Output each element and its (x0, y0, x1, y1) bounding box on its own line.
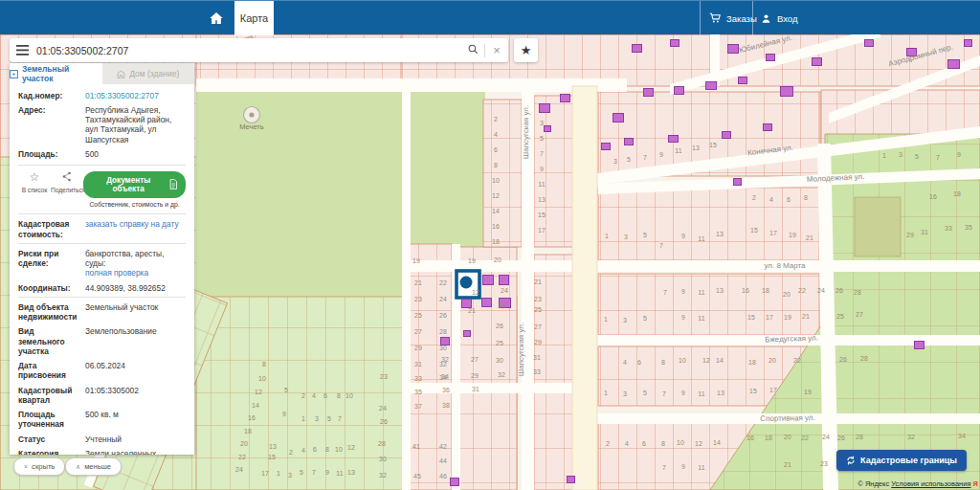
parcel-icon (10, 70, 18, 78)
add-to-list-button[interactable]: ☆ В список (18, 171, 51, 194)
building (481, 298, 492, 307)
parcel-number: 15 (268, 454, 276, 460)
parcel-number: 16 (248, 414, 256, 421)
parcel-number: 1 (882, 152, 886, 159)
cadastral-borders-label: Кадастровые границы (860, 456, 957, 465)
panel-link[interactable]: полная проверка (85, 268, 148, 278)
parcel-number: 23 (534, 296, 542, 302)
parcel-number: 24 (379, 405, 387, 412)
parcel-number: 32 (907, 434, 915, 440)
row-label: Статус (18, 434, 85, 444)
parcel-number: 15 (709, 142, 717, 148)
share-icon (51, 171, 83, 185)
parcel-number: 38 (442, 402, 450, 409)
search-bar: × (10, 38, 508, 62)
parcel-number: 11 (698, 315, 704, 322)
parcel-number: 35 (965, 224, 972, 231)
parcel-number: 27 (534, 323, 542, 330)
parcel-number: 18 (244, 428, 252, 434)
object-info-panel: Земельный участок Дом (здание) Кад.номер… (10, 63, 194, 455)
building (964, 39, 972, 47)
parcel-number: 17 (538, 227, 546, 234)
parcel-number: 13 (538, 196, 546, 203)
parcel-number: 27 (471, 356, 479, 363)
parcel-number: 9 (659, 151, 663, 158)
login-button[interactable]: Вход (760, 1, 798, 35)
hide-panel-button[interactable]: × скрыть (13, 457, 65, 476)
tab-land-parcel[interactable]: Земельный участок (10, 63, 102, 84)
row-label: Площадь уточненная (18, 410, 85, 430)
parcel-number: 7 (338, 415, 342, 422)
parcel-number: 10 (679, 357, 686, 364)
orders-button[interactable]: Заказы (708, 1, 757, 35)
parcel-number: 18 (762, 287, 769, 294)
row-value: заказать справку на дату (85, 219, 186, 239)
parcel-number: 36 (442, 387, 450, 393)
parcel-number: 7 (662, 390, 666, 397)
collapse-panel-button[interactable]: ∧ меньше (65, 457, 122, 476)
row-value: Земельный участок (85, 302, 186, 323)
parcel-number: 20 (240, 440, 248, 447)
parcel-number: 3 (315, 415, 319, 422)
tab-building[interactable]: Дом (здание) (102, 63, 195, 84)
favorites-button[interactable]: ★ (514, 38, 538, 62)
terms-link[interactable]: Условия использования (891, 479, 970, 488)
parcel-number: 3 (899, 151, 902, 158)
parcel-number: 20 (783, 291, 791, 298)
map-attribution: © Яндекс Условия использования Я (858, 479, 978, 488)
street-label: Спортивная ул. (760, 413, 815, 423)
clear-search-button[interactable]: × (485, 44, 508, 56)
row-label: Вид земельного участка (18, 326, 85, 356)
parcel-number: 46 (439, 473, 447, 479)
copyright-text: © Яндекс (858, 479, 889, 488)
parcel-number: 9 (681, 233, 685, 239)
parcel-number: 33 (414, 375, 422, 382)
cadastral-borders-button[interactable]: Кадастровые границы (836, 450, 967, 471)
parcel-number: 3 (623, 390, 627, 397)
parcel-number: 33 (945, 225, 952, 232)
building (812, 57, 822, 66)
parcel-number: 10 (258, 375, 266, 382)
parcel-number: 25 (496, 340, 503, 346)
parcel-number: 22 (798, 287, 806, 294)
parcel-number: 11 (698, 235, 704, 242)
parcel-number: 23 (820, 460, 828, 467)
parcel-number: 16 (492, 223, 500, 230)
home-button[interactable] (199, 1, 234, 35)
parcel-number: 18 (748, 359, 756, 366)
parcel-number: 7 (540, 150, 544, 157)
search-submit-button[interactable] (461, 42, 484, 59)
row-value: 500 (85, 149, 186, 159)
parcel-number: 28 (860, 355, 868, 362)
parcel-number: 9 (681, 288, 685, 295)
parcel-number: 44 (439, 457, 447, 464)
building (722, 131, 731, 139)
parcel-number: 16 (929, 193, 937, 200)
building (738, 77, 747, 84)
tab-karta[interactable]: Карта (234, 1, 274, 35)
building (567, 476, 575, 483)
building (668, 135, 679, 143)
parcel-number: 17 (766, 314, 773, 321)
building (727, 44, 739, 54)
parcel-number: 5 (915, 153, 919, 160)
object-documents-button[interactable]: Документы объекта (83, 171, 186, 198)
panel-link[interactable]: заказать справку на дату (85, 219, 179, 229)
building (539, 103, 550, 113)
building (705, 81, 717, 90)
parcel-number: 29 (414, 345, 422, 351)
parcel-number: 24 (822, 434, 830, 440)
parcel-number: 6 (323, 392, 327, 399)
parcel-number: 26 (839, 356, 847, 363)
search-input[interactable] (34, 44, 461, 57)
parcel-number: 9 (681, 390, 685, 396)
row-value: Земли населенных пунктов (85, 449, 186, 455)
parcel-number: 8 (325, 446, 329, 453)
parcel-number: 7 (659, 242, 663, 249)
login-label: Вход (777, 13, 798, 24)
share-button[interactable]: Поделиться (51, 171, 83, 194)
parcel-number: 10 (345, 392, 353, 399)
menu-button[interactable] (10, 38, 34, 62)
row-label: Кад.номер: (18, 91, 85, 100)
object-type-tabs: Земельный участок Дом (здание) (10, 63, 194, 84)
